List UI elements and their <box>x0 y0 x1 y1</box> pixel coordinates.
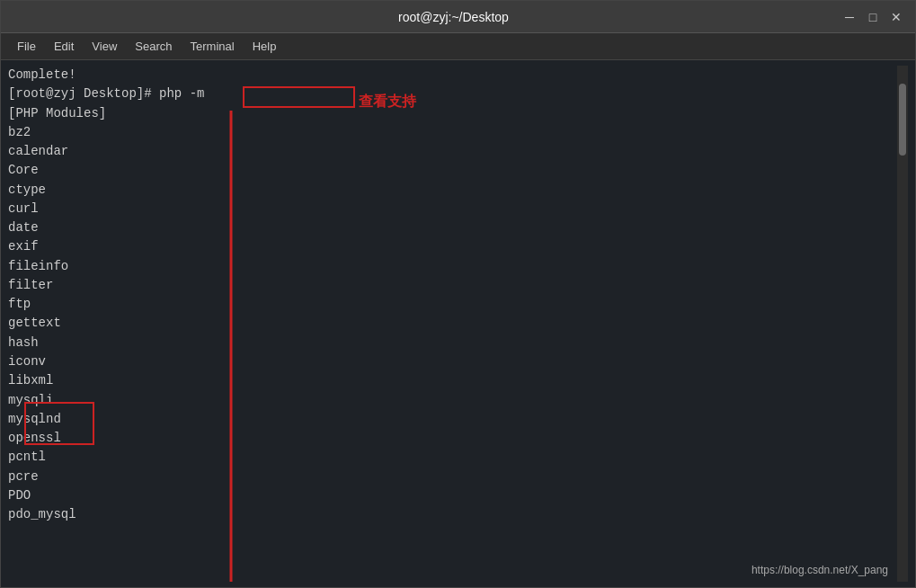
menu-bar: File Edit View Search Terminal Help <box>1 33 915 60</box>
title-bar: root@zyj:~/Desktop ─ □ ✕ <box>1 1 915 33</box>
menu-terminal[interactable]: Terminal <box>182 38 244 55</box>
scrollbar[interactable] <box>897 66 908 582</box>
menu-help[interactable]: Help <box>244 38 286 55</box>
watermark-text: https://blog.csdn.net/X_pang <box>751 562 888 578</box>
terminal-body[interactable]: Complete! [root@zyj Desktop]# php -m [PH… <box>1 60 915 587</box>
menu-file[interactable]: File <box>8 38 45 55</box>
scrollbar-thumb[interactable] <box>899 84 906 156</box>
close-button[interactable]: ✕ <box>888 9 904 25</box>
menu-search[interactable]: Search <box>126 38 181 55</box>
terminal-window: root@zyj:~/Desktop ─ □ ✕ File Edit View … <box>0 0 916 588</box>
maximize-button[interactable]: □ <box>865 9 881 25</box>
terminal-content: Complete! [root@zyj Desktop]# php -m [PH… <box>8 66 897 582</box>
menu-view[interactable]: View <box>83 38 126 55</box>
window-title: root@zyj:~/Desktop <box>66 10 841 24</box>
minimize-button[interactable]: ─ <box>841 9 858 25</box>
terminal-output: Complete! [root@zyj Desktop]# php -m [PH… <box>8 66 897 524</box>
menu-edit[interactable]: Edit <box>45 38 83 55</box>
window-controls: ─ □ ✕ <box>841 9 904 25</box>
